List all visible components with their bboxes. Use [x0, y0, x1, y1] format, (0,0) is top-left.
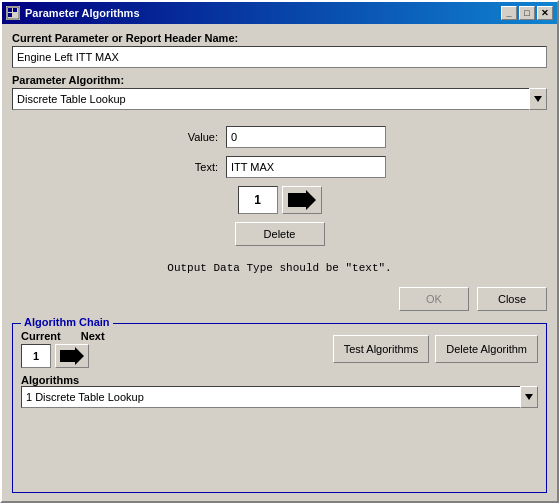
test-algorithms-button[interactable]: Test Algorithms	[333, 335, 430, 363]
algorithms-dropdown[interactable]: 1 Discrete Table Lookup	[21, 386, 538, 408]
delete-algorithm-button[interactable]: Delete Algorithm	[435, 335, 538, 363]
ok-button[interactable]: OK	[399, 287, 469, 311]
main-window: Parameter Algorithms _ □ ✕ Current Param…	[0, 0, 559, 503]
param-header-input[interactable]	[12, 46, 547, 68]
algorithm-label: Parameter Algorithm:	[12, 74, 547, 86]
chain-forward-button[interactable]	[55, 344, 89, 368]
window-title: Parameter Algorithms	[25, 7, 140, 19]
algorithm-dropdown-container: Discrete Table Lookup	[12, 88, 547, 110]
algorithms-label: Algorithms	[21, 374, 538, 386]
next-label: Next	[81, 330, 105, 342]
algorithm-dropdown[interactable]: Discrete Table Lookup	[12, 88, 547, 110]
ok-close-row: OK Close	[12, 285, 547, 313]
algorithms-dropdown-container: 1 Discrete Table Lookup	[21, 386, 538, 408]
middle-section: Value: Text: 1 Delete	[12, 116, 547, 251]
text-label: Text:	[173, 161, 218, 173]
svg-marker-6	[60, 347, 84, 365]
current-label: Current	[21, 330, 61, 342]
svg-marker-5	[288, 190, 316, 210]
text-row: Text:	[12, 156, 547, 178]
window-icon	[6, 6, 20, 20]
svg-rect-3	[8, 13, 12, 17]
algorithm-chain-section: Algorithm Chain Current Next 1	[12, 323, 547, 493]
svg-rect-2	[13, 8, 17, 12]
chain-content: Current Next 1 T	[21, 330, 538, 408]
chain-top-row: Current Next 1 T	[21, 330, 538, 368]
warning-text: Output Data Type should be "text".	[12, 257, 547, 279]
chain-current-value: 1	[21, 344, 51, 368]
close-window-button[interactable]: ✕	[537, 6, 553, 20]
nav-forward-button[interactable]	[282, 186, 322, 214]
chain-nav-controls: 1	[21, 344, 89, 368]
chain-buttons: Test Algorithms Delete Algorithm	[333, 335, 538, 363]
close-button[interactable]: Close	[477, 287, 547, 311]
maximize-button[interactable]: □	[519, 6, 535, 20]
value-input[interactable]	[226, 126, 386, 148]
value-label: Value:	[173, 131, 218, 143]
text-input[interactable]	[226, 156, 386, 178]
nav-row: 1	[238, 186, 322, 214]
svg-rect-1	[8, 8, 12, 12]
algorithms-dropdown-section: Algorithms 1 Discrete Table Lookup	[21, 374, 538, 408]
minimize-button[interactable]: _	[501, 6, 517, 20]
nav-value-display: 1	[238, 186, 278, 214]
delete-row-button[interactable]: Delete	[235, 222, 325, 246]
title-bar-left: Parameter Algorithms	[6, 6, 140, 20]
title-bar: Parameter Algorithms _ □ ✕	[2, 2, 557, 24]
algorithm-chain-title: Algorithm Chain	[21, 316, 113, 328]
chain-nav: Current Next 1	[21, 330, 105, 368]
window-content: Current Parameter or Report Header Name:…	[2, 24, 557, 501]
value-row: Value:	[12, 126, 547, 148]
param-header-section: Current Parameter or Report Header Name:	[12, 32, 547, 68]
chain-nav-labels: Current Next	[21, 330, 105, 342]
algorithm-section: Parameter Algorithm: Discrete Table Look…	[12, 74, 547, 110]
title-buttons: _ □ ✕	[501, 6, 553, 20]
param-header-label: Current Parameter or Report Header Name:	[12, 32, 547, 44]
